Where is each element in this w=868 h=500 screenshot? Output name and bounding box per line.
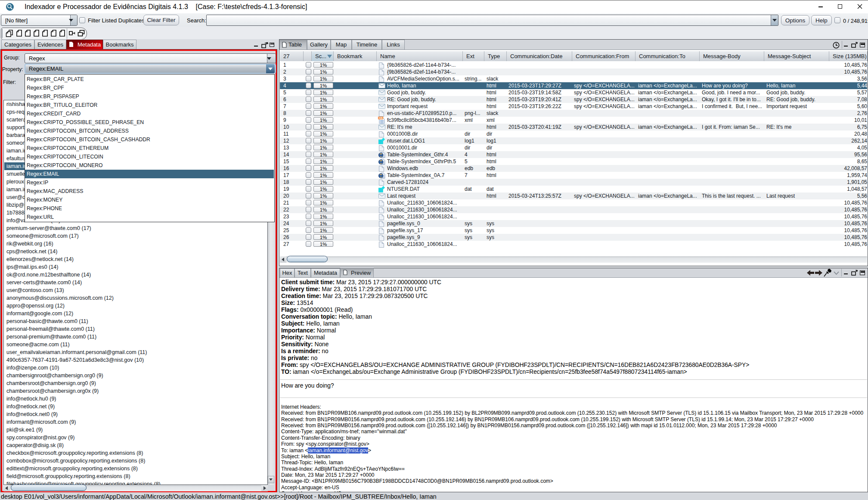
svg-text:XML: XML <box>378 117 384 119</box>
